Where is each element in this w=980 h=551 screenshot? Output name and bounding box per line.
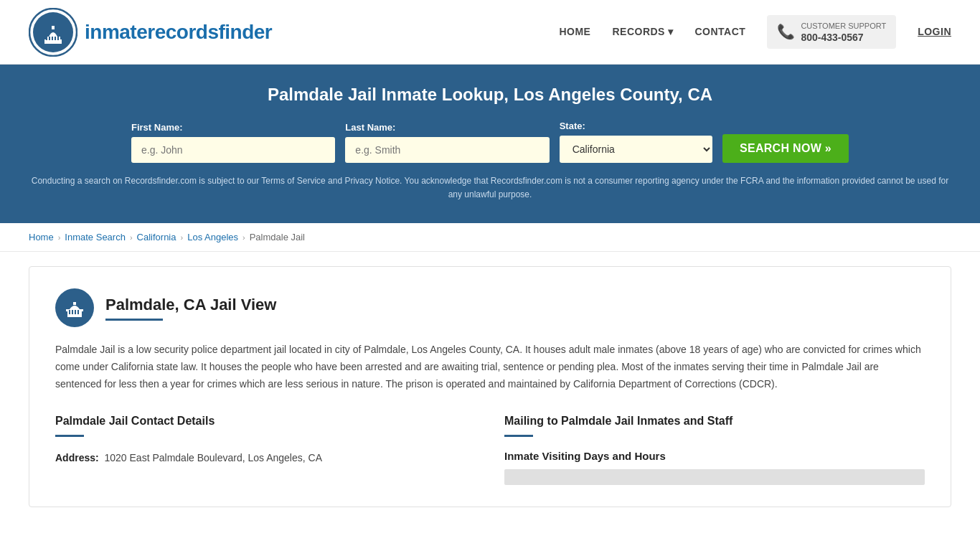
svg-rect-9 — [57, 37, 59, 40]
phone-icon: 📞 — [777, 23, 795, 40]
first-name-input[interactable] — [131, 137, 335, 163]
left-column: Palmdale Jail Contact Details Address: 1… — [55, 415, 476, 485]
customer-support-box: 📞 CUSTOMER SUPPORT 800-433-0567 — [767, 15, 896, 48]
nav-home[interactable]: HOME — [559, 26, 590, 37]
svg-rect-7 — [52, 37, 53, 40]
svg-rect-16 — [77, 310, 79, 314]
state-select[interactable]: California — [560, 136, 712, 163]
logo-wordmark: inmaterecordsfinder — [85, 21, 272, 44]
mailing-underline — [504, 435, 533, 437]
mailing-section-title: Mailing to Palmdale Jail Inmates and Sta… — [504, 415, 925, 428]
address-value: 1020 East Palmdale Boulevard, Los Angele… — [104, 452, 322, 463]
visiting-title: Inmate Visiting Days and Hours — [504, 450, 925, 462]
right-column: Mailing to Palmdale Jail Inmates and Sta… — [504, 415, 925, 485]
breadcrumb-los-angeles[interactable]: Los Angeles — [187, 232, 238, 242]
support-phone[interactable]: 800-433-0567 — [801, 32, 886, 43]
state-label: State: — [560, 121, 712, 131]
hero-title: Palmdale Jail Inmate Lookup, Los Angeles… — [29, 85, 951, 105]
two-column-section: Palmdale Jail Contact Details Address: 1… — [55, 415, 925, 485]
breadcrumb-current: Palmdale Jail — [250, 232, 305, 242]
first-name-label: First Name: — [131, 122, 335, 133]
building-icon — [64, 297, 85, 319]
nav-contact[interactable]: CONTACT — [694, 26, 745, 37]
hero-section: Palmdale Jail Inmate Lookup, Los Angeles… — [0, 65, 980, 223]
logo-icon — [29, 8, 77, 57]
disclaimer-text: Conducting a search on Recordsfinder.com… — [29, 174, 951, 202]
logo[interactable]: inmaterecordsfinder — [29, 8, 272, 57]
last-name-group: Last Name: — [345, 122, 549, 163]
jail-description: Palmdale Jail is a low security police d… — [55, 342, 925, 392]
contact-section-title: Palmdale Jail Contact Details — [55, 415, 476, 428]
nav-records[interactable]: RECORDS ▾ — [612, 26, 673, 37]
breadcrumb-home[interactable]: Home — [29, 232, 54, 242]
contact-underline — [55, 435, 84, 437]
breadcrumb-sep-2: › — [130, 233, 133, 242]
title-underline — [105, 319, 163, 321]
main-nav: HOME RECORDS ▾ CONTACT 📞 CUSTOMER SUPPOR… — [559, 15, 951, 48]
content-card: Palmdale, CA Jail View Palmdale Jail is … — [29, 266, 951, 507]
site-header: inmaterecordsfinder HOME RECORDS ▾ CONTA… — [0, 0, 980, 65]
svg-rect-8 — [55, 37, 56, 40]
address-row: Address: 1020 East Palmdale Boulevard, L… — [55, 450, 476, 467]
nav-login[interactable]: LOGIN — [918, 26, 951, 37]
last-name-label: Last Name: — [345, 122, 549, 133]
svg-rect-12 — [73, 302, 76, 305]
svg-rect-15 — [75, 310, 76, 314]
jail-title: Palmdale, CA Jail View — [105, 296, 276, 314]
svg-rect-5 — [46, 37, 47, 40]
svg-rect-4 — [52, 26, 55, 29]
chevron-down-icon: ▾ — [668, 26, 674, 37]
search-button[interactable]: SEARCH NOW » — [722, 134, 849, 163]
last-name-input[interactable] — [345, 137, 549, 163]
svg-rect-6 — [49, 37, 50, 40]
breadcrumb-sep-3: › — [181, 233, 184, 242]
search-form: First Name: Last Name: State: California… — [131, 121, 849, 163]
svg-rect-13 — [69, 310, 70, 314]
address-label: Address: — [55, 452, 99, 463]
breadcrumb-inmate-search[interactable]: Inmate Search — [65, 232, 126, 242]
jail-header: Palmdale, CA Jail View — [55, 288, 925, 327]
support-info: CUSTOMER SUPPORT 800-433-0567 — [801, 21, 886, 42]
jail-title-area: Palmdale, CA Jail View — [105, 296, 276, 321]
jail-icon — [55, 288, 94, 327]
breadcrumb-sep-1: › — [58, 233, 61, 242]
visiting-placeholder-bar — [504, 469, 925, 485]
breadcrumb-sep-4: › — [242, 233, 245, 242]
breadcrumb-california[interactable]: California — [137, 232, 176, 242]
breadcrumb: Home › Inmate Search › California › Los … — [0, 223, 980, 252]
main-content: Palmdale, CA Jail View Palmdale Jail is … — [0, 252, 980, 535]
svg-rect-14 — [72, 310, 73, 314]
state-group: State: California — [560, 121, 712, 163]
support-label: CUSTOMER SUPPORT — [801, 21, 886, 31]
first-name-group: First Name: — [131, 122, 335, 163]
